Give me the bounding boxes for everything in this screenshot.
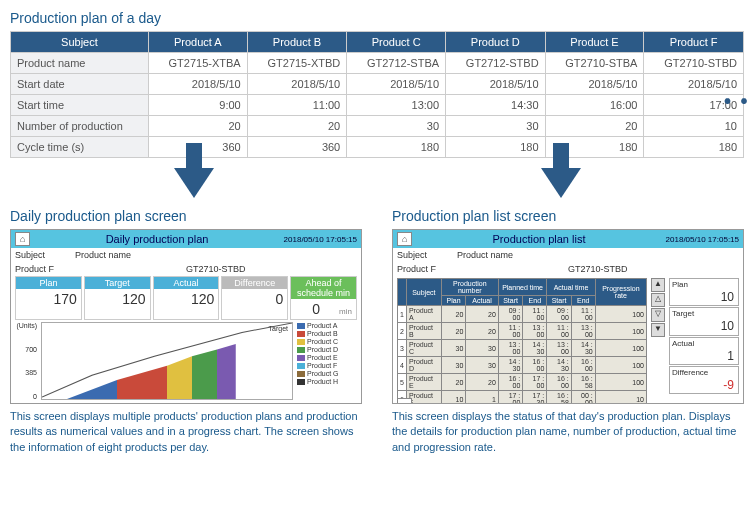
xtick: 20:00 [337, 402, 355, 404]
table-cell: GT2712-STBD [446, 53, 546, 74]
pname-label: Product name [457, 250, 597, 260]
list-subheader: End [523, 296, 547, 306]
scroll-button[interactable]: ▽ [651, 308, 665, 322]
scroll-button[interactable]: △ [651, 293, 665, 307]
side-stat: Difference-9 [669, 366, 739, 394]
list-header: Planned time [498, 279, 546, 296]
right-title: Production plan list screen [392, 208, 744, 224]
stat-box: Target120 [84, 276, 151, 320]
svg-marker-1 [117, 366, 167, 399]
scroll-button[interactable]: ▲ [651, 278, 665, 292]
scroll-buttons[interactable]: ▲△▽▼ [651, 278, 665, 394]
xtick: 08:00 [17, 402, 35, 404]
scroll-button[interactable]: ▼ [651, 323, 665, 337]
home-icon[interactable]: ⌂ [15, 232, 30, 246]
side-stat: Plan10 [669, 278, 739, 306]
table-cell: 13:00 [347, 95, 446, 116]
legend-item: Product H [297, 378, 357, 385]
legend-item: Product E [297, 354, 357, 361]
legend-item: Product B [297, 330, 357, 337]
table-cell: 11:00 [247, 95, 347, 116]
row-label: Number of production [11, 116, 149, 137]
list-subheader: Start [498, 296, 522, 306]
table-row[interactable]: 1Product A202009 : 0011 : 0009 : 0011 : … [398, 306, 647, 323]
xtick: 14:00 [177, 402, 195, 404]
table-cell: GT2710-STBD [644, 53, 744, 74]
table-cell: 10 [644, 116, 744, 137]
plan-list-table: SubjectProduction numberPlanned timeActu… [397, 278, 647, 394]
production-table: SubjectProduct AProduct BProduct CProduc… [10, 31, 744, 158]
legend-item: Product A [297, 322, 357, 329]
legend-item: Product C [297, 338, 357, 345]
list-header: Progression rate [595, 279, 646, 306]
table-cell: 2018/5/10 [347, 74, 446, 95]
progress-chart: Target [41, 322, 293, 400]
svg-marker-3 [192, 350, 217, 399]
stat-box: Actual120 [153, 276, 220, 320]
table-row[interactable]: 4Product D303014 : 3016 : 0014 : 3016 : … [398, 357, 647, 374]
side-stat: Actual1 [669, 337, 739, 365]
svg-marker-0 [42, 380, 117, 399]
table-header: Product E [545, 32, 644, 53]
screen-title: Production plan list [412, 233, 665, 245]
list-header: Production number [441, 279, 498, 296]
table-header: Product A [148, 32, 247, 53]
timestamp: 2018/05/10 17:05:15 [284, 235, 357, 244]
side-stats: Plan10Target10Actual1Difference-9 [669, 278, 739, 394]
xtick: 17:00 [257, 402, 275, 404]
list-header: Subject [406, 279, 441, 306]
home-icon[interactable]: ⌂ [397, 398, 412, 404]
table-cell: GT2715-XTBD [247, 53, 347, 74]
subject-value: Product F [15, 264, 186, 274]
page-heading: Production plan of a day [10, 10, 744, 26]
table-header: Product C [347, 32, 446, 53]
stat-box: Difference0 [221, 276, 288, 320]
table-cell: 30 [446, 116, 546, 137]
chart-legend: Product AProduct BProduct CProduct DProd… [297, 322, 357, 400]
table-row[interactable]: 3Product C303013 : 0014 : 3013 : 0014 : … [398, 340, 647, 357]
table-cell: 14:30 [446, 95, 546, 116]
table-row[interactable]: 6Product F10117 : 0017 : 3016 : 5800 : 0… [398, 391, 647, 405]
timestamp: 2018/05/10 17:05:15 [666, 235, 739, 244]
left-desc: This screen displays multiple products' … [10, 409, 362, 455]
list-subheader: Start [547, 296, 571, 306]
arrow-down-icon [174, 168, 214, 198]
table-row[interactable]: 2Product B202011 : 0013 : 0011 : 0013 : … [398, 323, 647, 340]
row-label: Start date [11, 74, 149, 95]
pname-value: GT2710-STBD [568, 264, 739, 274]
list-subheader: Actual [466, 296, 498, 306]
table-cell: 20 [545, 116, 644, 137]
table-cell: 2018/5/10 [247, 74, 347, 95]
ytick: 0 [15, 393, 37, 400]
table-cell: 9:00 [148, 95, 247, 116]
home-icon[interactable]: ⌂ [397, 232, 412, 246]
pname-value: GT2710-STBD [186, 264, 357, 274]
table-cell: 2018/5/10 [446, 74, 546, 95]
screen-title: Daily production plan [30, 233, 283, 245]
left-title: Daily production plan screen [10, 208, 362, 224]
arrow-down-icon [541, 168, 581, 198]
list-header: Actual time [547, 279, 595, 296]
subject-label: Subject [397, 250, 457, 260]
row-label: Cycle time (s) [11, 137, 149, 158]
pname-label: Product name [75, 250, 215, 260]
legend-item: Product F [297, 362, 357, 369]
table-cell: 180 [446, 137, 546, 158]
table-cell: GT2710-STBA [545, 53, 644, 74]
target-label: Target [269, 325, 288, 332]
ytick: 385 [15, 369, 37, 376]
table-cell: 180 [644, 137, 744, 158]
plan-list-screen: ⌂ Production plan list 2018/05/10 17:05:… [392, 229, 744, 404]
table-cell: GT2712-STBA [347, 53, 446, 74]
ellipsis: • • • [724, 90, 754, 113]
legend-item: Product G [297, 370, 357, 377]
table-cell: 16:00 [545, 95, 644, 116]
table-row[interactable]: 5Product E202016 : 0017 : 0016 : 0016 : … [398, 374, 647, 391]
table-cell: 20 [247, 116, 347, 137]
row-label: Product name [11, 53, 149, 74]
table-cell: 30 [347, 116, 446, 137]
table-cell: 2018/5/10 [545, 74, 644, 95]
table-header: Product B [247, 32, 347, 53]
table-cell: 2018/5/10 [148, 74, 247, 95]
xtick: 11:00 [97, 402, 115, 404]
